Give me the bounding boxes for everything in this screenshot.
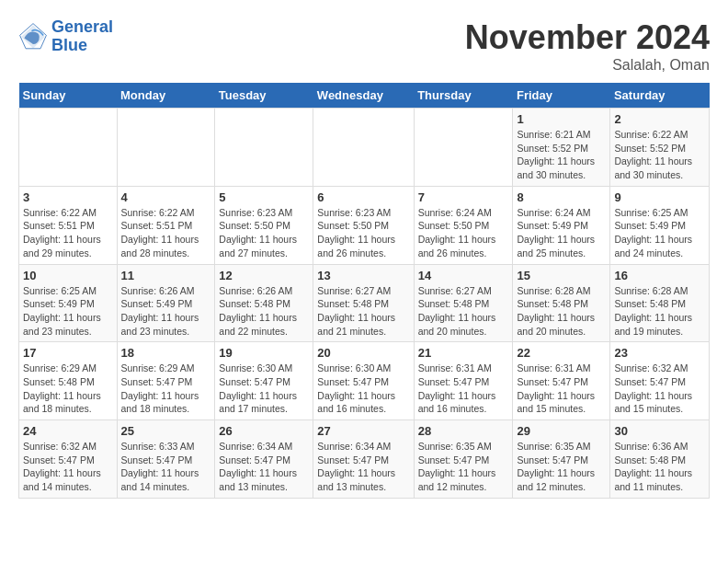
day-info: Sunrise: 6:31 AM Sunset: 5:47 PM Dayligh… xyxy=(517,362,606,416)
day-cell: 3Sunrise: 6:22 AM Sunset: 5:51 PM Daylig… xyxy=(19,186,118,264)
day-number: 30 xyxy=(614,424,705,438)
day-number: 21 xyxy=(418,346,509,360)
day-cell: 6Sunrise: 6:23 AM Sunset: 5:50 PM Daylig… xyxy=(313,186,414,264)
day-info: Sunrise: 6:30 AM Sunset: 5:47 PM Dayligh… xyxy=(219,362,309,416)
day-info: Sunrise: 6:25 AM Sunset: 5:49 PM Dayligh… xyxy=(614,206,705,260)
header-tuesday: Tuesday xyxy=(215,83,313,109)
day-cell: 5Sunrise: 6:23 AM Sunset: 5:50 PM Daylig… xyxy=(215,186,313,264)
day-cell xyxy=(117,109,215,187)
day-cell: 12Sunrise: 6:26 AM Sunset: 5:48 PM Dayli… xyxy=(215,264,313,342)
day-cell: 17Sunrise: 6:29 AM Sunset: 5:48 PM Dayli… xyxy=(19,342,118,420)
week-row-2: 10Sunrise: 6:25 AM Sunset: 5:49 PM Dayli… xyxy=(19,264,710,342)
header-saturday: Saturday xyxy=(610,83,710,109)
day-number: 28 xyxy=(418,424,509,438)
day-cell: 25Sunrise: 6:33 AM Sunset: 5:47 PM Dayli… xyxy=(117,420,215,499)
day-cell: 11Sunrise: 6:26 AM Sunset: 5:49 PM Dayli… xyxy=(117,264,215,342)
day-cell: 9Sunrise: 6:25 AM Sunset: 5:49 PM Daylig… xyxy=(610,186,710,264)
title-block: November 2024 Salalah, Oman xyxy=(465,18,710,74)
day-cell xyxy=(215,109,313,187)
day-info: Sunrise: 6:26 AM Sunset: 5:49 PM Dayligh… xyxy=(121,284,211,339)
week-row-1: 3Sunrise: 6:22 AM Sunset: 5:51 PM Daylig… xyxy=(19,186,710,264)
day-info: Sunrise: 6:36 AM Sunset: 5:48 PM Dayligh… xyxy=(614,440,705,494)
day-info: Sunrise: 6:24 AM Sunset: 5:49 PM Dayligh… xyxy=(517,206,606,260)
location: Salalah, Oman xyxy=(465,57,710,74)
calendar-header: SundayMondayTuesdayWednesdayThursdayFrid… xyxy=(19,83,710,109)
day-number: 24 xyxy=(23,424,113,438)
day-number: 12 xyxy=(219,269,309,282)
day-cell xyxy=(19,109,118,187)
day-info: Sunrise: 6:34 AM Sunset: 5:47 PM Dayligh… xyxy=(317,440,409,494)
day-number: 13 xyxy=(317,269,409,282)
day-cell: 30Sunrise: 6:36 AM Sunset: 5:48 PM Dayli… xyxy=(610,420,710,499)
day-info: Sunrise: 6:21 AM Sunset: 5:52 PM Dayligh… xyxy=(517,128,606,182)
month-title: November 2024 xyxy=(465,18,710,57)
day-number: 27 xyxy=(317,424,409,438)
day-number: 18 xyxy=(121,346,211,360)
day-number: 7 xyxy=(418,190,509,204)
day-cell: 21Sunrise: 6:31 AM Sunset: 5:47 PM Dayli… xyxy=(414,342,513,420)
day-cell: 15Sunrise: 6:28 AM Sunset: 5:48 PM Dayli… xyxy=(513,264,610,342)
day-cell: 29Sunrise: 6:35 AM Sunset: 5:47 PM Dayli… xyxy=(513,420,610,499)
day-number: 22 xyxy=(517,346,606,360)
day-number: 1 xyxy=(517,112,606,126)
day-info: Sunrise: 6:35 AM Sunset: 5:47 PM Dayligh… xyxy=(517,440,606,494)
day-cell: 24Sunrise: 6:32 AM Sunset: 5:47 PM Dayli… xyxy=(19,420,118,499)
day-number: 5 xyxy=(219,190,309,204)
day-info: Sunrise: 6:33 AM Sunset: 5:47 PM Dayligh… xyxy=(121,440,211,494)
day-info: Sunrise: 6:29 AM Sunset: 5:47 PM Dayligh… xyxy=(121,362,211,416)
calendar-table: SundayMondayTuesdayWednesdayThursdayFrid… xyxy=(18,83,710,499)
day-number: 15 xyxy=(517,269,606,282)
day-number: 16 xyxy=(614,269,705,282)
logo: General Blue xyxy=(18,18,113,55)
header-row: SundayMondayTuesdayWednesdayThursdayFrid… xyxy=(19,83,710,109)
day-info: Sunrise: 6:32 AM Sunset: 5:47 PM Dayligh… xyxy=(23,440,113,494)
day-info: Sunrise: 6:35 AM Sunset: 5:47 PM Dayligh… xyxy=(418,440,509,494)
day-cell xyxy=(414,109,513,187)
day-number: 23 xyxy=(614,346,705,360)
day-number: 25 xyxy=(121,424,211,438)
week-row-3: 17Sunrise: 6:29 AM Sunset: 5:48 PM Dayli… xyxy=(19,342,710,420)
day-info: Sunrise: 6:22 AM Sunset: 5:52 PM Dayligh… xyxy=(614,128,705,182)
day-info: Sunrise: 6:27 AM Sunset: 5:48 PM Dayligh… xyxy=(418,284,509,339)
day-info: Sunrise: 6:23 AM Sunset: 5:50 PM Dayligh… xyxy=(317,206,409,260)
day-info: Sunrise: 6:27 AM Sunset: 5:48 PM Dayligh… xyxy=(317,284,409,339)
day-number: 2 xyxy=(614,112,705,126)
day-info: Sunrise: 6:30 AM Sunset: 5:47 PM Dayligh… xyxy=(317,362,409,416)
day-cell: 13Sunrise: 6:27 AM Sunset: 5:48 PM Dayli… xyxy=(313,264,414,342)
header-friday: Friday xyxy=(513,83,610,109)
day-cell xyxy=(313,109,414,187)
day-cell: 19Sunrise: 6:30 AM Sunset: 5:47 PM Dayli… xyxy=(215,342,313,420)
day-cell: 14Sunrise: 6:27 AM Sunset: 5:48 PM Dayli… xyxy=(414,264,513,342)
day-cell: 23Sunrise: 6:32 AM Sunset: 5:47 PM Dayli… xyxy=(610,342,710,420)
day-cell: 16Sunrise: 6:28 AM Sunset: 5:48 PM Dayli… xyxy=(610,264,710,342)
day-info: Sunrise: 6:25 AM Sunset: 5:49 PM Dayligh… xyxy=(23,284,113,339)
header-monday: Monday xyxy=(117,83,215,109)
day-cell: 2Sunrise: 6:22 AM Sunset: 5:52 PM Daylig… xyxy=(610,109,710,187)
day-cell: 1Sunrise: 6:21 AM Sunset: 5:52 PM Daylig… xyxy=(513,109,610,187)
day-number: 20 xyxy=(317,346,409,360)
day-number: 3 xyxy=(23,190,113,204)
day-info: Sunrise: 6:28 AM Sunset: 5:48 PM Dayligh… xyxy=(517,284,606,339)
page-header: General Blue November 2024 Salalah, Oman xyxy=(18,18,710,74)
day-info: Sunrise: 6:32 AM Sunset: 5:47 PM Dayligh… xyxy=(614,362,705,416)
day-number: 8 xyxy=(517,190,606,204)
day-number: 4 xyxy=(121,190,211,204)
week-row-4: 24Sunrise: 6:32 AM Sunset: 5:47 PM Dayli… xyxy=(19,420,710,499)
logo-icon xyxy=(18,22,48,52)
logo-text: General Blue xyxy=(51,18,113,55)
day-info: Sunrise: 6:23 AM Sunset: 5:50 PM Dayligh… xyxy=(219,206,309,260)
day-cell: 18Sunrise: 6:29 AM Sunset: 5:47 PM Dayli… xyxy=(117,342,215,420)
header-wednesday: Wednesday xyxy=(313,83,414,109)
day-number: 19 xyxy=(219,346,309,360)
day-cell: 28Sunrise: 6:35 AM Sunset: 5:47 PM Dayli… xyxy=(414,420,513,499)
day-info: Sunrise: 6:34 AM Sunset: 5:47 PM Dayligh… xyxy=(219,440,309,494)
day-number: 11 xyxy=(121,269,211,282)
day-number: 26 xyxy=(219,424,309,438)
day-number: 14 xyxy=(418,269,509,282)
header-thursday: Thursday xyxy=(414,83,513,109)
day-info: Sunrise: 6:31 AM Sunset: 5:47 PM Dayligh… xyxy=(418,362,509,416)
day-info: Sunrise: 6:29 AM Sunset: 5:48 PM Dayligh… xyxy=(23,362,113,416)
day-info: Sunrise: 6:22 AM Sunset: 5:51 PM Dayligh… xyxy=(23,206,113,260)
week-row-0: 1Sunrise: 6:21 AM Sunset: 5:52 PM Daylig… xyxy=(19,109,710,187)
day-number: 9 xyxy=(614,190,705,204)
